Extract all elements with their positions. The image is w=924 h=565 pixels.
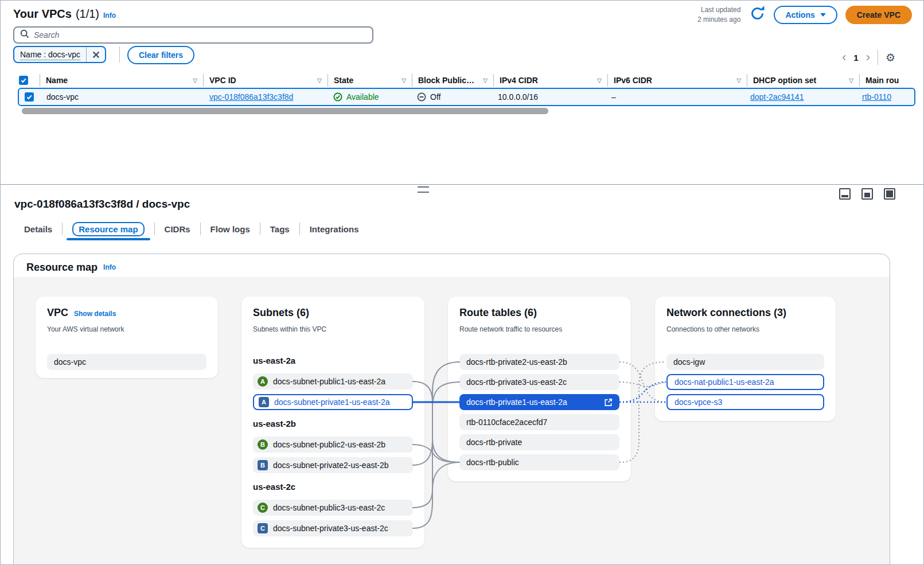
filter-icon[interactable]: ▽	[736, 77, 741, 84]
filter-row-divider	[119, 46, 120, 63]
tab-label: Tags	[270, 224, 290, 234]
az-c-badge: C	[258, 523, 268, 533]
panel-size-medium-icon[interactable]	[861, 188, 873, 200]
split-panel-drag-handle[interactable]	[418, 186, 429, 193]
pagination-divider	[878, 50, 878, 65]
subnet-node-public3[interactable]: C docs-subnet-public3-us-east-2c	[253, 500, 413, 516]
caret-down-icon	[820, 13, 826, 17]
subnet-node-public2[interactable]: B docs-subnet-public2-us-east-2b	[253, 437, 413, 453]
tab-label: CIDRs	[165, 224, 190, 234]
search-input[interactable]: Search	[13, 26, 373, 44]
ipv6-value: –	[611, 92, 616, 102]
column-label: IPv6 CIDR	[614, 76, 652, 85]
az-header-us-east-2b: us-east-2b	[253, 417, 413, 430]
actions-button[interactable]: Actions	[774, 6, 837, 24]
route-table-node[interactable]: docs-rtb-private	[459, 434, 619, 450]
filter-icon[interactable]: ▽	[401, 77, 406, 84]
vpc-node[interactable]: docs-vpc	[47, 354, 206, 370]
table-row[interactable]: docs-vpc vpc-018f086a13f3c3f8d Available…	[18, 88, 915, 106]
current-page[interactable]: 1	[853, 53, 858, 63]
info-link[interactable]: Info	[103, 11, 116, 20]
dhcp-option-set-link[interactable]: dopt-2ac94141	[750, 92, 804, 102]
split-panel-size-controls	[839, 188, 895, 200]
internet-gateway-node[interactable]: docs-igw	[666, 354, 824, 370]
tab-cidrs[interactable]: CIDRs	[155, 220, 200, 238]
previous-page-button[interactable]: ‹	[842, 51, 846, 64]
ipv4-value: 10.0.0.0/16	[498, 92, 538, 102]
resource-map-header: Resource map Info	[14, 254, 890, 277]
vpc-column-subtitle: Your AWS virtual network	[47, 325, 124, 333]
route-table-node-selected[interactable]: docs-rtb-private1-us-east-2a	[459, 394, 619, 410]
main-route-table-link[interactable]: rtb-0110	[862, 92, 891, 102]
tab-tags[interactable]: Tags	[260, 220, 299, 238]
tab-flow-logs[interactable]: Flow logs	[201, 220, 260, 238]
column-label: Block Public…	[418, 76, 474, 85]
subnet-node-private1-selected[interactable]: A docs-subnet-private1-us-east-2a	[253, 394, 413, 410]
route-table-node[interactable]: docs-rtb-private3-us-east-2c	[459, 374, 619, 390]
filter-icon[interactable]: ▽	[317, 77, 322, 84]
filter-icon[interactable]: ▽	[483, 77, 488, 84]
create-vpc-button-label: Create VPC	[857, 10, 900, 20]
cell-dhcp: dopt-2ac94141	[744, 92, 856, 102]
filter-icon[interactable]: ▽	[849, 77, 853, 84]
search-placeholder: Search	[34, 30, 59, 40]
column-header-main-route[interactable]: Main rou	[860, 72, 923, 89]
network-connections-column-subtitle: Connections to other networks	[666, 325, 759, 333]
last-updated-line2: 2 minutes ago	[697, 15, 740, 25]
tab-label: Integrations	[310, 224, 359, 234]
tab-integrations[interactable]: Integrations	[300, 220, 369, 238]
column-header-vpc-id[interactable]: VPC ID ▽	[204, 72, 328, 89]
vpc-endpoint-node[interactable]: docs-vpce-s3	[666, 394, 824, 410]
filter-icon[interactable]: ▽	[193, 77, 197, 84]
create-vpc-button[interactable]: Create VPC	[845, 6, 912, 24]
subnet-node-public1[interactable]: A docs-subnet-public1-us-east-2a	[253, 373, 413, 389]
column-header-ipv6[interactable]: IPv6 CIDR ▽	[608, 72, 747, 89]
cell-ipv6: –	[606, 92, 744, 102]
row-checkbox[interactable]	[25, 92, 34, 102]
header-checkbox-cell	[13, 72, 40, 89]
nat-gateway-node[interactable]: docs-nat-public1-us-east-2a	[666, 374, 824, 390]
subnet-label: docs-subnet-private1-us-east-2a	[274, 398, 390, 407]
show-details-link[interactable]: Show details	[74, 310, 116, 318]
network-connection-label: docs-nat-public1-us-east-2a	[675, 377, 774, 387]
preferences-gear-icon[interactable]: ⚙	[886, 52, 895, 63]
horizontal-scrollbar[interactable]	[22, 108, 548, 114]
route-table-node[interactable]: rtb-0110cface2acecfd7	[459, 414, 619, 430]
vpc-id-link[interactable]: vpc-018f086a13f3c3f8d	[209, 92, 293, 102]
select-all-checkbox[interactable]	[19, 76, 28, 85]
tab-details[interactable]: Details	[14, 220, 62, 238]
detail-tabs: Details Resource map CIDRs Flow logs Tag…	[14, 220, 369, 238]
filter-icon[interactable]: ▽	[597, 77, 602, 84]
search-icon	[20, 29, 29, 41]
subnet-node-private2[interactable]: B docs-subnet-private2-us-east-2b	[253, 457, 413, 473]
refresh-button[interactable]	[748, 6, 766, 24]
state-label: Available	[346, 92, 379, 102]
clear-filters-button[interactable]: Clear filters	[127, 46, 194, 64]
filter-token: Name : docs-vpc	[13, 46, 106, 63]
next-page-button[interactable]: ›	[866, 51, 870, 64]
panel-size-large-icon[interactable]	[884, 188, 895, 200]
cell-state: Available	[328, 92, 411, 102]
panel-size-small-icon[interactable]	[839, 188, 851, 200]
check-icon	[26, 93, 33, 100]
column-header-block-public[interactable]: Block Public… ▽	[412, 72, 493, 89]
subnets-column: Subnets (6) Subnets within this VPC us-e…	[241, 297, 424, 548]
column-header-ipv4[interactable]: IPv4 CIDR ▽	[494, 72, 607, 89]
route-table-node[interactable]: docs-rtb-private2-us-east-2b	[459, 354, 619, 370]
network-connections-column-title: Network connections (3)	[666, 307, 786, 319]
subnet-items: us-east-2a A docs-subnet-public1-us-east…	[253, 354, 413, 541]
network-connection-label: docs-vpce-s3	[675, 398, 722, 407]
column-header-name[interactable]: Name ▽	[40, 72, 203, 89]
column-header-dhcp[interactable]: DHCP option set ▽	[747, 72, 859, 89]
vpc-count: (1/1)	[76, 7, 99, 21]
route-table-node[interactable]: docs-rtb-public	[459, 454, 619, 470]
cell-vpc-id: vpc-018f086a13f3c3f8d	[204, 92, 328, 102]
column-header-state[interactable]: State ▽	[328, 72, 412, 89]
remove-filter-button[interactable]	[87, 47, 105, 62]
resource-map-info-link[interactable]: Info	[103, 263, 116, 271]
tab-resource-map[interactable]: Resource map	[63, 220, 154, 238]
subnet-node-private3[interactable]: C docs-subnet-private3-us-east-2c	[253, 520, 413, 536]
vpc-column-title-text: VPC	[47, 307, 68, 319]
refresh-icon	[750, 6, 765, 24]
cell-block-public: Off	[411, 92, 492, 102]
